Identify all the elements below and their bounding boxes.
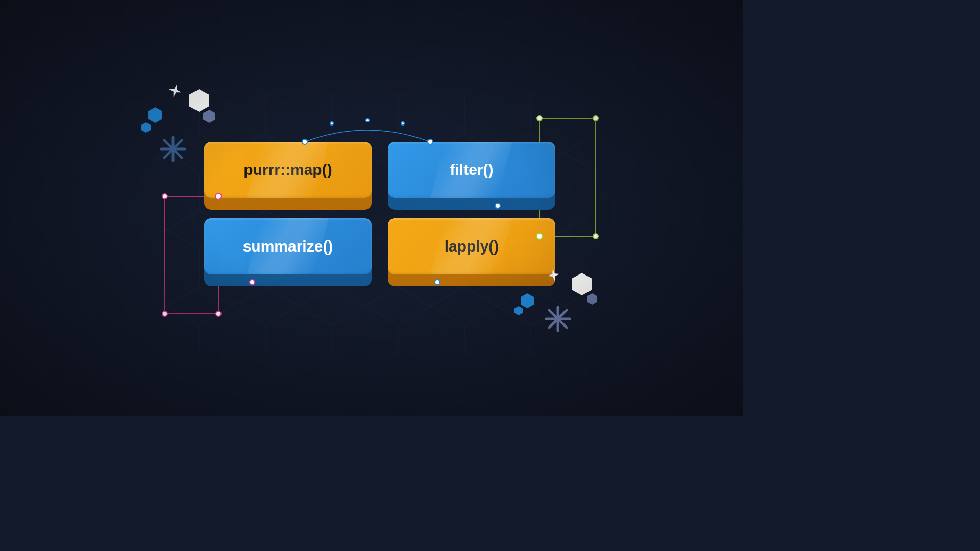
node-dot — [536, 115, 543, 121]
card-purrr-map: purrr::map() — [204, 142, 372, 198]
card-label: lapply() — [445, 238, 499, 255]
node-dot — [249, 279, 255, 285]
node-dot — [401, 121, 405, 126]
card-label: filter() — [450, 161, 494, 179]
node-dot — [162, 193, 168, 199]
node-dot — [434, 279, 440, 285]
node-dot — [215, 193, 222, 200]
node-dot — [495, 203, 501, 209]
node-dot — [593, 115, 599, 121]
node-dot — [536, 233, 543, 240]
hex-background-pattern — [0, 0, 743, 416]
card-summarize: summarize() — [204, 218, 372, 274]
node-dot — [302, 139, 308, 145]
node-dot — [215, 311, 222, 317]
card-lapply: lapply() — [388, 218, 555, 274]
card-filter: filter() — [388, 142, 555, 198]
node-dot — [162, 311, 168, 317]
asterisk-icon — [544, 305, 572, 333]
node-dot — [427, 139, 433, 145]
node-dot — [365, 118, 370, 122]
node-dot — [593, 233, 599, 239]
node-dot — [330, 121, 334, 126]
card-label: purrr::map() — [243, 161, 332, 179]
card-label: summarize() — [243, 238, 333, 255]
asterisk-icon — [159, 135, 187, 163]
